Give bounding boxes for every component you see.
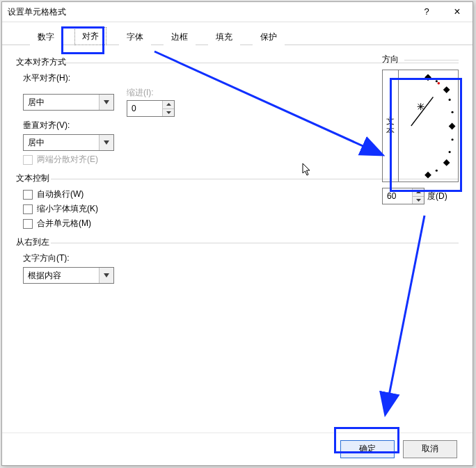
- close-button[interactable]: ×: [442, 2, 473, 22]
- title-bar: 设置单元格格式 ? ×: [2, 2, 473, 22]
- spin-degrees-value: 60: [383, 188, 412, 204]
- orientation-vertical-glyph: 本: [386, 126, 395, 136]
- checkbox-label: 两端分散对齐(E): [37, 154, 98, 166]
- format-cells-dialog: 设置单元格格式 ? × 数字 对齐 字体 边框 填充 保护 文本对齐方式 水平对…: [1, 1, 473, 466]
- spin-down-icon[interactable]: [413, 197, 424, 204]
- label-indent: 缩进(I):: [127, 87, 175, 99]
- tab-fill[interactable]: 填充: [208, 28, 240, 45]
- chevron-down-icon: [99, 135, 113, 150]
- svg-line-12: [411, 97, 434, 126]
- group-right-to-left: 从右到左: [16, 236, 459, 248]
- chevron-down-icon: [99, 268, 113, 283]
- svg-rect-3: [443, 159, 450, 166]
- orientation-vertical-text-button[interactable]: 文 本: [383, 70, 399, 181]
- chevron-down-icon: [99, 95, 113, 110]
- tab-protection[interactable]: 保护: [253, 28, 285, 45]
- svg-point-6: [449, 99, 451, 101]
- svg-point-7: [452, 111, 454, 113]
- combo-vertical-align[interactable]: 居中: [23, 134, 114, 151]
- spin-up-icon[interactable]: [413, 188, 424, 197]
- checkbox-box: [23, 190, 33, 200]
- checkbox-label: 缩小字体填充(K): [37, 203, 98, 215]
- orientation-vertical-glyph: 文: [386, 116, 395, 126]
- svg-rect-1: [443, 86, 450, 93]
- dialog-body: 文本对齐方式 水平对齐(H): 居中 缩进(I): 0: [2, 45, 473, 433]
- svg-point-9: [449, 151, 451, 153]
- tab-number[interactable]: 数字: [30, 28, 62, 45]
- svg-rect-2: [449, 123, 456, 130]
- svg-point-8: [452, 138, 454, 140]
- tab-font[interactable]: 字体: [119, 28, 151, 45]
- checkbox-shrink-to-fit[interactable]: 缩小字体填充(K): [23, 203, 459, 215]
- checkbox-box: [23, 204, 33, 214]
- spin-indent[interactable]: 0: [127, 100, 175, 117]
- spin-down-icon[interactable]: [163, 109, 174, 117]
- orientation-dial-svg: [399, 70, 458, 181]
- spin-indent-value: 0: [127, 101, 162, 116]
- checkbox-label: 自动换行(W): [37, 188, 84, 200]
- spin-up-icon[interactable]: [163, 101, 174, 109]
- tab-border[interactable]: 边框: [164, 28, 196, 45]
- cancel-button[interactable]: 取消: [403, 440, 457, 458]
- combo-text-direction[interactable]: 根据内容: [23, 267, 114, 284]
- combo-horizontal-value: 居中: [24, 95, 99, 110]
- dialog-title: 设置单元格格式: [2, 2, 411, 22]
- orientation-box: 文 本: [382, 70, 459, 182]
- svg-rect-0: [425, 74, 431, 81]
- svg-point-10: [436, 170, 438, 172]
- checkbox-box: [23, 155, 33, 165]
- help-button[interactable]: ?: [411, 2, 442, 22]
- tab-bar: 数字 对齐 字体 边框 填充 保护: [2, 22, 473, 45]
- group-orientation: 方向: [382, 54, 459, 65]
- combo-horizontal-align[interactable]: 居中: [23, 94, 114, 111]
- orientation-dial[interactable]: [399, 70, 458, 181]
- combo-text-direction-value: 根据内容: [24, 268, 99, 283]
- ok-button[interactable]: 确定: [340, 440, 395, 458]
- combo-vertical-value: 居中: [24, 135, 99, 150]
- help-icon: ?: [424, 2, 429, 22]
- svg-point-5: [436, 80, 438, 82]
- label-text-direction: 文字方向(T):: [23, 252, 459, 264]
- svg-rect-4: [425, 172, 431, 179]
- checkbox-label: 合并单元格(M): [37, 218, 91, 229]
- spin-degrees[interactable]: 60: [382, 188, 425, 204]
- label-degrees: 度(D): [427, 191, 447, 202]
- checkbox-merge-cells[interactable]: 合并单元格(M): [23, 218, 459, 229]
- checkbox-box: [23, 219, 33, 229]
- svg-point-11: [438, 82, 441, 85]
- tab-alignment[interactable]: 对齐: [74, 27, 106, 45]
- orientation-panel: 方向 文 本: [382, 51, 459, 204]
- dialog-footer: 确定 取消: [2, 433, 473, 465]
- close-icon: ×: [454, 2, 460, 22]
